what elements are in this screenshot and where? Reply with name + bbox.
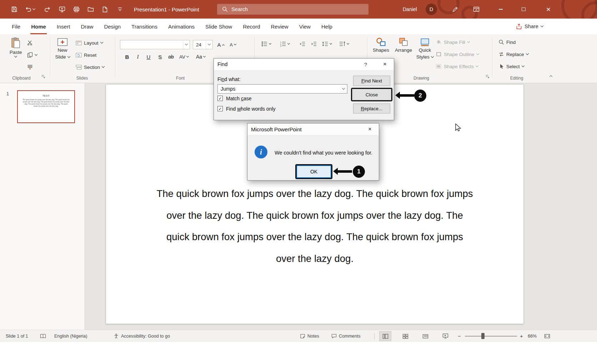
text-shadow-button[interactable]: S (156, 52, 164, 61)
zoom-out-button[interactable]: − (458, 330, 461, 342)
shapes-button[interactable]: Shapes (371, 37, 391, 53)
match-case-label[interactable]: Match case (226, 96, 252, 101)
format-painter-button[interactable] (27, 63, 33, 71)
reading-view-button[interactable] (419, 331, 431, 341)
bold-button[interactable]: B (123, 52, 131, 61)
maximize-button[interactable] (513, 0, 533, 19)
line-spacing-button[interactable] (322, 39, 332, 49)
ok-button[interactable]: OK (296, 165, 331, 178)
help-button[interactable]: ? (360, 59, 371, 70)
whole-words-label[interactable]: Find whole words only (226, 106, 276, 112)
select-button[interactable]: Select (498, 62, 524, 71)
language-selector[interactable]: English (Nigeria) (54, 330, 87, 342)
comments-toggle[interactable]: Comments (331, 330, 360, 342)
cut-button[interactable] (27, 39, 33, 47)
strikethrough-button[interactable]: ab (166, 52, 176, 61)
user-name[interactable]: Daniel (403, 0, 417, 19)
open-file-button[interactable] (84, 3, 97, 16)
zoom-in-button[interactable]: + (520, 330, 523, 342)
tab-record[interactable]: Record (237, 19, 265, 34)
slide-thumbnail[interactable]: TEXT The quick brown fox jumps over the … (17, 90, 75, 123)
tab-insert[interactable]: Insert (51, 19, 76, 34)
message-dialog-close-button[interactable]: × (364, 123, 376, 135)
find-dialog-titlebar[interactable]: Find ? × (214, 59, 394, 70)
replace-dialog-button[interactable]: Replace... (353, 103, 390, 113)
tab-design[interactable]: Design (99, 19, 126, 34)
start-slideshow-button[interactable] (56, 3, 69, 16)
ribbon-display-options-button[interactable] (470, 3, 483, 16)
paste-button[interactable]: Paste (7, 37, 24, 57)
minimize-button[interactable] (491, 0, 511, 19)
tab-view[interactable]: View (294, 19, 316, 34)
zoom-slider-thumb[interactable] (481, 333, 485, 339)
italic-button[interactable]: I (134, 52, 142, 61)
message-dialog-titlebar[interactable]: Microsoft PowerPoint × (247, 123, 379, 135)
tab-animations[interactable]: Animations (163, 19, 200, 34)
undo-button[interactable] (22, 3, 38, 16)
new-file-button[interactable] (99, 3, 111, 16)
tab-review[interactable]: Review (266, 19, 294, 34)
text-direction-button[interactable] (339, 39, 349, 49)
font-size-combo[interactable]: 24 (193, 40, 213, 49)
clipboard-dialog-launcher[interactable] (41, 74, 45, 80)
character-spacing-button[interactable]: AV (178, 52, 190, 61)
new-slide-button[interactable]: New Slide (53, 37, 72, 60)
find-what-input[interactable] (217, 84, 347, 93)
layout-button[interactable]: Layout (76, 39, 103, 47)
tab-label: Design (104, 24, 121, 30)
replace-button[interactable]: Replace (498, 50, 528, 59)
accessibility-checker[interactable]: Accessibility: Good to go (114, 330, 170, 342)
bullets-button[interactable] (261, 39, 271, 49)
slide-sorter-view-button[interactable] (399, 331, 411, 341)
match-case-checkbox[interactable]: ✓ (217, 96, 223, 101)
grow-font-button[interactable]: A (216, 40, 226, 49)
slide-counter[interactable]: Slide 1 of 1 (6, 330, 28, 342)
tab-home[interactable]: Home (26, 19, 51, 34)
redo-button[interactable] (41, 3, 54, 16)
ink-pen-button[interactable] (448, 3, 461, 16)
change-case-button[interactable]: Aa (194, 52, 207, 61)
shape-outline-button[interactable]: Shape Outline (436, 50, 479, 59)
combo-dropdown-button[interactable] (340, 85, 347, 93)
shrink-font-button[interactable]: A (228, 40, 238, 49)
close-button[interactable]: Close (352, 89, 391, 100)
numbering-button[interactable]: 123 (280, 39, 290, 49)
fit-to-window-button[interactable] (544, 330, 550, 342)
normal-view-button[interactable] (379, 331, 391, 341)
collapse-ribbon-button[interactable] (550, 73, 552, 79)
slide-text-box[interactable]: The quick brown fox jumps over the lazy … (106, 183, 523, 269)
zoom-level[interactable]: 66% (528, 330, 537, 342)
save-button[interactable] (8, 3, 21, 16)
spell-check-button[interactable] (40, 330, 46, 342)
search-box[interactable]: Search (217, 4, 368, 15)
drawing-dialog-launcher[interactable] (486, 74, 490, 80)
zoom-slider[interactable] (465, 336, 517, 337)
font-name-combo[interactable] (120, 40, 190, 49)
arrange-button[interactable]: Arrange (393, 37, 414, 53)
quick-print-button[interactable] (70, 3, 83, 16)
find-dialog-close-button[interactable]: × (379, 59, 391, 70)
avatar[interactable]: D (426, 4, 437, 15)
tab-help[interactable]: Help (316, 19, 338, 34)
close-window-button[interactable]: × (538, 0, 558, 19)
shape-effects-button[interactable]: Shape Effects (436, 62, 478, 71)
find-next-button[interactable]: Find Next (353, 76, 390, 86)
shape-fill-button[interactable]: Shape Fill (436, 38, 470, 46)
slideshow-view-button[interactable] (439, 331, 451, 341)
notes-toggle[interactable]: Notes (300, 330, 319, 342)
reset-button[interactable]: Reset (76, 51, 96, 59)
copy-button[interactable] (27, 51, 37, 59)
customize-quick-access-button[interactable] (114, 3, 126, 16)
section-button[interactable]: Section (76, 63, 104, 71)
tab-slide-show[interactable]: Slide Show (200, 19, 237, 34)
decrease-indent-button[interactable] (299, 39, 306, 49)
underline-button[interactable]: U (144, 52, 153, 61)
quick-styles-button[interactable]: Quick Styles (416, 37, 434, 60)
tab-transitions[interactable]: Transitions (126, 19, 163, 34)
share-button[interactable]: Share (516, 21, 543, 32)
find-button[interactable]: Find (498, 38, 516, 46)
whole-words-checkbox[interactable]: ✓ (217, 106, 223, 111)
tab-draw[interactable]: Draw (75, 19, 99, 34)
tab-file[interactable]: File (6, 19, 26, 34)
increase-indent-button[interactable] (311, 39, 317, 49)
